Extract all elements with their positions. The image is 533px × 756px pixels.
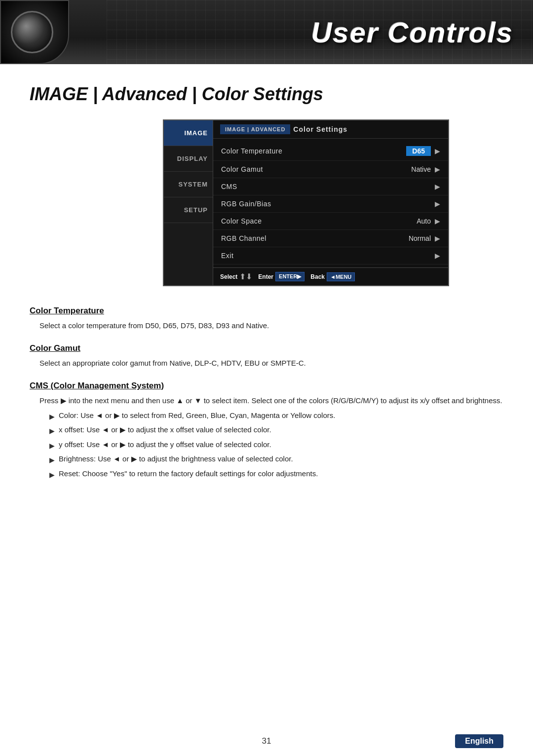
cms-list-text-2: y offset: Use ◄ or ▶ to adjust the y off… xyxy=(59,439,271,451)
header: User Controls xyxy=(0,0,533,64)
menu-footer: Select ⬆⬇ Enter ENTER▶ Back ◄MENU xyxy=(213,267,448,285)
arrow-icon-4: ▶ xyxy=(435,217,440,225)
cms-list-item-3: ▶ Brightness: Use ◄ or ▶ to adjust the b… xyxy=(49,453,503,465)
menu-row-color-space[interactable]: Color Space Auto ▶ xyxy=(213,213,448,230)
breadcrumb-image-advanced: IMAGE | ADVANCED xyxy=(220,124,290,134)
desc-color-gamut: Color Gamut Select an appropriate color … xyxy=(30,343,503,369)
desc-title-color-gamut: Color Gamut xyxy=(30,343,503,353)
desc-color-temperature: Color Temperature Select a color tempera… xyxy=(30,306,503,332)
menu-label-exit: Exit xyxy=(221,252,431,260)
breadcrumb-color-settings: Color Settings xyxy=(293,125,347,133)
sidebar-item-image[interactable]: Image xyxy=(164,120,213,146)
desc-title-cms: CMS (Color Management System) xyxy=(30,381,503,391)
arrow-icon-1: ▶ xyxy=(435,165,440,173)
menu-label-cms: CMS xyxy=(221,183,431,190)
menu-items: Color Temperature D65 ▶ Color Gamut Nati… xyxy=(213,139,448,267)
bullet-arrow-1: ▶ xyxy=(49,425,55,436)
menu-row-exit[interactable]: Exit ▶ xyxy=(213,247,448,265)
menu-row-rgb-channel[interactable]: RGB Channel Normal ▶ xyxy=(213,230,448,247)
desc-cms: CMS (Color Management System) Press ▶ in… xyxy=(30,381,503,480)
cms-list-item-2: ▶ y offset: Use ◄ or ▶ to adjust the y o… xyxy=(49,439,503,451)
sidebar-item-setup[interactable]: Setup xyxy=(164,197,213,223)
arrow-icon-3: ▶ xyxy=(435,200,440,208)
sidebar-item-system[interactable]: System xyxy=(164,172,213,197)
menu-label-rgb-gain: RGB Gain/Bias xyxy=(221,200,431,208)
page-number: 31 xyxy=(262,736,271,746)
bullet-arrow-4: ▶ xyxy=(49,469,55,480)
menu-label-color-gamut: Color Gamut xyxy=(221,165,411,173)
header-grid xyxy=(107,0,533,64)
sidebar-item-display[interactable]: Display xyxy=(164,146,213,172)
cms-list-item-4: ▶ Reset: Choose "Yes" to return the fact… xyxy=(49,468,503,480)
menu-label-color-space: Color Space xyxy=(221,217,417,225)
language-badge: English xyxy=(455,734,503,748)
menu-breadcrumb: IMAGE | ADVANCED Color Settings xyxy=(213,120,448,139)
cms-list-text-0: Color: Use ◄ or ▶ to select from Red, Gr… xyxy=(59,410,335,421)
menu-row-color-gamut[interactable]: Color Gamut Native ▶ xyxy=(213,161,448,178)
cms-list-text-1: x offset: Use ◄ or ▶ to adjust the x off… xyxy=(59,424,271,436)
desc-title-color-temperature: Color Temperature xyxy=(30,306,503,316)
footer-enter: Enter ENTER▶ xyxy=(258,272,305,281)
cms-list-text-4: Reset: Choose "Yes" to return the factor… xyxy=(59,468,318,480)
bullet-arrow-2: ▶ xyxy=(49,440,55,451)
menu-label-rgb-channel: RGB Channel xyxy=(221,234,409,242)
cms-list-text-3: Brightness: Use ◄ or ▶ to adjust the bri… xyxy=(59,453,293,465)
menu-panel: IMAGE | ADVANCED Color Settings Color Te… xyxy=(213,120,448,285)
lens-icon xyxy=(0,0,69,64)
cms-list-item-0: ▶ Color: Use ◄ or ▶ to select from Red, … xyxy=(49,410,503,422)
cms-list-item-1: ▶ x offset: Use ◄ or ▶ to adjust the x o… xyxy=(49,424,503,436)
desc-text-color-temperature: Select a color temperature from D50, D65… xyxy=(39,320,503,332)
menu-row-color-temperature[interactable]: Color Temperature D65 ▶ xyxy=(213,142,448,161)
arrow-icon-6: ▶ xyxy=(435,252,440,260)
bullet-arrow-0: ▶ xyxy=(49,411,55,422)
footer-back: Back ◄MENU xyxy=(310,272,355,281)
footer-enter-label: Enter xyxy=(258,273,273,280)
back-button[interactable]: ◄MENU xyxy=(327,272,355,281)
menu-label-color-temperature: Color Temperature xyxy=(221,147,406,155)
page-heading: IMAGE | Advanced | Color Settings xyxy=(30,84,503,105)
main-content: IMAGE | Advanced | Color Settings Image … xyxy=(0,64,533,512)
descriptions: Color Temperature Select a color tempera… xyxy=(30,306,503,480)
menu-container: Image Display System Setup IMAGE | ADVAN… xyxy=(163,119,449,286)
menu-sidebar: Image Display System Setup xyxy=(164,120,213,285)
enter-button[interactable]: ENTER▶ xyxy=(275,272,305,281)
bullet-arrow-3: ▶ xyxy=(49,454,55,465)
menu-value-color-temperature: D65 xyxy=(406,146,431,156)
footer-select: Select ⬆⬇ xyxy=(220,272,252,281)
arrow-icon-5: ▶ xyxy=(435,234,440,242)
menu-row-rgb-gain[interactable]: RGB Gain/Bias ▶ xyxy=(213,195,448,213)
menu-value-color-space: Auto xyxy=(417,217,431,225)
select-arrows-icon: ⬆⬇ xyxy=(239,272,252,281)
desc-text-cms: Press ▶ into the next menu and then use … xyxy=(39,395,503,407)
footer-select-label: Select xyxy=(220,273,237,280)
cms-list: ▶ Color: Use ◄ or ▶ to select from Red, … xyxy=(49,410,503,480)
menu-row-cms[interactable]: CMS ▶ xyxy=(213,178,448,195)
arrow-icon-2: ▶ xyxy=(435,183,440,190)
menu-value-color-gamut: Native xyxy=(411,165,431,173)
desc-text-color-gamut: Select an appropriate color gamut from N… xyxy=(39,357,503,369)
arrow-icon-0: ▶ xyxy=(435,147,440,155)
menu-value-rgb-channel: Normal xyxy=(409,234,431,242)
footer-back-label: Back xyxy=(310,273,325,280)
